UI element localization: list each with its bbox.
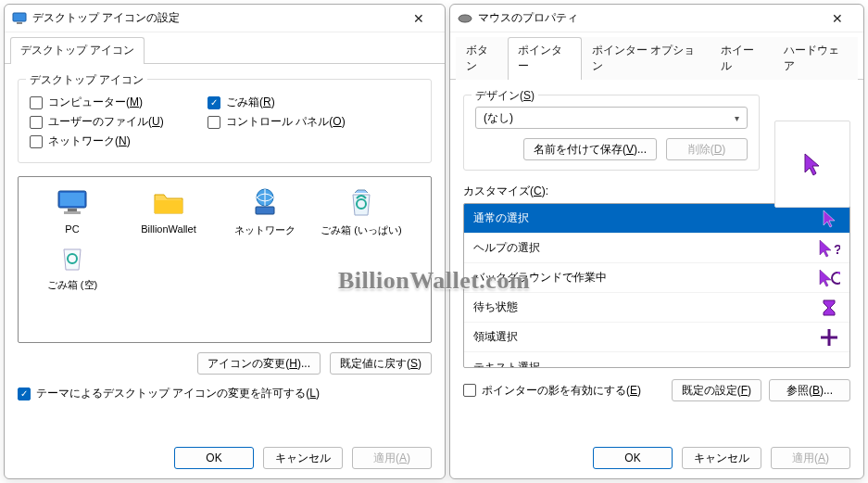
- cursor-text-icon: [818, 356, 840, 368]
- cust-label: テキスト選択: [473, 360, 540, 369]
- svg-rect-0: [13, 13, 26, 21]
- tab-pointers[interactable]: ポインター: [508, 37, 581, 80]
- desktop-icons-group: デスクトップ アイコン コンピューター(M) ✓ ごみ箱(R) ユーザーのファイ…: [18, 79, 432, 163]
- tab-desktop-icons[interactable]: デスクトップ アイコン: [10, 37, 145, 64]
- cancel-button[interactable]: キャンセル: [682, 447, 761, 469]
- checkbox-icon: [208, 116, 220, 129]
- cust-row-background[interactable]: バックグラウンドで作業中: [464, 263, 849, 293]
- checkbox-icon: [463, 384, 476, 397]
- icon-list: PC BillionWallet ネットワーク ごみ箱 (いっぱい) ごみ箱 (…: [18, 176, 432, 343]
- icon-recycle-empty[interactable]: ごみ箱 (空): [26, 241, 119, 292]
- cursor-arrow-icon: [818, 208, 840, 230]
- window-title: デスクトップ アイコンの設定: [32, 10, 400, 26]
- check-computer[interactable]: コンピューター(M): [30, 95, 187, 110]
- mouse-icon: [458, 11, 472, 26]
- group-legend: デザイン(S): [472, 88, 538, 104]
- checkbox-icon: ✓: [18, 388, 31, 400]
- ok-button[interactable]: OK: [174, 447, 254, 469]
- browse-button[interactable]: 参照(B)...: [769, 379, 850, 401]
- default-settings-button[interactable]: 既定の設定(F): [672, 379, 761, 401]
- check-network[interactable]: ネットワーク(N): [30, 133, 131, 149]
- tabstrip: ボタン ポインター ポインター オプション ホイール ハードウェア: [450, 32, 863, 80]
- cust-row-busy[interactable]: 待ち状態: [464, 293, 849, 323]
- select-value: (なし): [484, 110, 513, 126]
- cursor-arrow-icon: [803, 152, 822, 176]
- tab-wheel[interactable]: ホイール: [711, 37, 774, 80]
- check-label: コントロール パネル(O): [226, 114, 346, 130]
- svg-text:?: ?: [834, 242, 840, 257]
- checkbox-icon: ✓: [208, 96, 220, 109]
- close-button[interactable]: ✕: [400, 6, 437, 32]
- cust-row-help[interactable]: ヘルプの選択 ?: [464, 234, 849, 263]
- check-label: コンピューター(M): [48, 95, 143, 110]
- checkbox-icon: [30, 116, 43, 129]
- tab-hardware[interactable]: ハードウェア: [774, 37, 858, 80]
- design-group: デザイン(S) (なし) ▾ 名前を付けて保存(V)... 削除(D): [463, 95, 760, 171]
- tab-buttons[interactable]: ボタン: [456, 37, 508, 80]
- app-icon: [12, 11, 27, 26]
- check-user-files[interactable]: ユーザーのファイル(U): [30, 114, 187, 130]
- check-label: ユーザーのファイル(U): [48, 114, 164, 130]
- cursor-busy-icon: [818, 297, 840, 319]
- folder-icon: [152, 186, 185, 220]
- cust-label: 領域選択: [473, 329, 518, 345]
- cust-label: 通常の選択: [473, 210, 529, 226]
- svg-point-11: [459, 15, 472, 22]
- cust-label: バックグラウンドで作業中: [473, 270, 607, 286]
- icon-label: ごみ箱 (いっぱい): [315, 223, 408, 237]
- chevron-down-icon: ▾: [735, 113, 739, 123]
- change-icon-button[interactable]: アイコンの変更(H)...: [197, 352, 321, 375]
- save-as-button[interactable]: 名前を付けて保存(V)...: [523, 138, 657, 160]
- dialog-body: デスクトップ アイコン コンピューター(M) ✓ ごみ箱(R) ユーザーのファイ…: [5, 64, 445, 411]
- cursor-help-icon: ?: [818, 237, 840, 260]
- customize-list[interactable]: 通常の選択 ヘルプの選択 ? バックグラウンドで作業中 待ち状態 領域選択 テキ…: [463, 203, 850, 368]
- recycle-full-icon: [345, 186, 378, 220]
- svg-rect-5: [64, 211, 81, 214]
- check-control-panel[interactable]: コントロール パネル(O): [208, 114, 346, 130]
- cursor-precision-icon: [818, 326, 840, 349]
- group-legend: デスクトップ アイコン: [26, 72, 147, 88]
- check-label: テーマによるデスクトップ アイコンの変更を許可する(L): [36, 386, 320, 401]
- check-pointer-shadow[interactable]: ポインターの影を有効にする(E): [463, 383, 641, 399]
- svg-rect-3: [60, 193, 84, 206]
- icon-label: ごみ箱 (空): [26, 278, 119, 292]
- network-icon: [248, 186, 282, 220]
- check-allow-theme[interactable]: ✓ テーマによるデスクトップ アイコンの変更を許可する(L): [18, 386, 432, 401]
- dialog-footer: OK キャンセル 適用(A): [593, 447, 850, 469]
- svg-rect-6: [155, 200, 182, 213]
- icon-pc[interactable]: PC: [26, 186, 119, 237]
- cust-label: ヘルプの選択: [473, 240, 540, 256]
- ok-button[interactable]: OK: [593, 447, 673, 469]
- icon-network[interactable]: ネットワーク: [219, 186, 311, 237]
- icon-label: ネットワーク: [219, 223, 311, 237]
- apply-button: 適用(A): [771, 447, 850, 469]
- dialog-body: デザイン(S) (なし) ▾ 名前を付けて保存(V)... 削除(D) カスタマ…: [450, 80, 863, 411]
- tabstrip: デスクトップ アイコン: [5, 32, 445, 64]
- cancel-button[interactable]: キャンセル: [263, 447, 343, 469]
- icon-label: PC: [26, 223, 119, 235]
- window-title: マウスのプロパティ: [478, 10, 819, 26]
- check-recycle-bin[interactable]: ✓ ごみ箱(R): [208, 95, 275, 110]
- cursor-working-icon: [818, 267, 840, 289]
- icon-label: BillionWallet: [122, 223, 215, 235]
- check-label: ごみ箱(R): [226, 95, 275, 110]
- dialog-footer: OK キャンセル 適用(A): [174, 447, 432, 469]
- mouse-properties-window: マウスのプロパティ ✕ ボタン ポインター ポインター オプション ホイール ハ…: [449, 4, 864, 479]
- svg-rect-8: [256, 207, 274, 214]
- tab-pointer-options[interactable]: ポインター オプション: [582, 37, 711, 80]
- cust-row-normal[interactable]: 通常の選択: [464, 204, 849, 234]
- cust-row-text[interactable]: テキスト選択: [464, 352, 849, 368]
- monitor-icon: [56, 186, 89, 220]
- cust-row-precision[interactable]: 領域選択: [464, 323, 849, 352]
- pointer-preview: [774, 121, 850, 208]
- reset-default-button[interactable]: 既定値に戻す(S): [330, 352, 432, 375]
- icon-recycle-full[interactable]: ごみ箱 (いっぱい): [315, 186, 408, 237]
- check-label: ネットワーク(N): [48, 133, 131, 149]
- design-select[interactable]: (なし) ▾: [475, 107, 748, 129]
- svg-point-13: [832, 273, 840, 284]
- svg-rect-4: [68, 209, 77, 211]
- icon-folder[interactable]: BillionWallet: [122, 186, 215, 237]
- titlebar: マウスのプロパティ ✕: [450, 5, 863, 32]
- close-button[interactable]: ✕: [819, 6, 856, 32]
- svg-rect-1: [17, 22, 22, 24]
